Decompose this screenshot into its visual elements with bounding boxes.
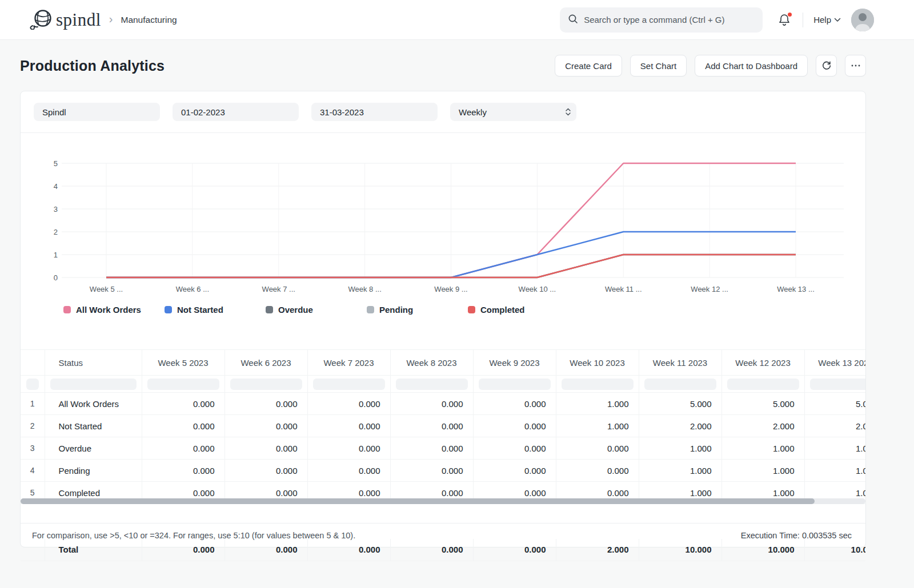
week-column-header[interactable]: Week 8 2023: [390, 350, 473, 376]
column-filter-input[interactable]: [50, 378, 137, 390]
y-axis-tick: 2: [54, 228, 58, 236]
row-index: 4: [21, 460, 45, 482]
create-card-button[interactable]: Create Card: [555, 55, 622, 76]
value-cell: 0.000: [556, 437, 639, 460]
status-cell: Pending: [45, 460, 142, 482]
column-filter-row: [21, 376, 865, 393]
to-date-input[interactable]: [311, 103, 438, 121]
week-column-header[interactable]: Week 5 2023: [142, 350, 225, 376]
table-row[interactable]: 4Pending0.0000.0000.0000.0000.0000.0001.…: [21, 460, 865, 482]
company-filter-input[interactable]: [34, 103, 160, 121]
more-icon: [851, 65, 860, 67]
global-search[interactable]: [560, 7, 763, 33]
row-index-header: [21, 350, 45, 376]
results-table: StatusWeek 5 2023Week 6 2023Week 7 2023W…: [21, 349, 865, 504]
value-cell: 0.000: [390, 415, 473, 437]
y-axis-tick: 5: [54, 159, 58, 168]
y-axis-tick: 4: [54, 182, 58, 191]
value-cell: 0.000: [307, 460, 390, 482]
breadcrumb[interactable]: Manufacturing: [121, 15, 177, 25]
column-filter-input[interactable]: [479, 378, 551, 390]
x-axis-label: Week 13 ...: [777, 285, 815, 293]
legend-label: All Work Orders: [76, 305, 141, 315]
legend-item-all-work-orders[interactable]: All Work Orders: [63, 305, 165, 315]
filter-cell: [45, 376, 142, 393]
y-axis-tick: 0: [54, 273, 58, 282]
filter-cell: [307, 376, 390, 393]
frequency-select[interactable]: Weekly: [450, 103, 576, 121]
table-row[interactable]: 3Overdue0.0000.0000.0000.0000.0000.0001.…: [21, 437, 865, 460]
value-cell: 1.000: [556, 415, 639, 437]
row-index: 1: [21, 393, 45, 415]
results-table-wrap: StatusWeek 5 2023Week 6 2023Week 7 2023W…: [21, 349, 865, 504]
week-column-header[interactable]: Week 6 2023: [225, 350, 307, 376]
refresh-button[interactable]: [816, 55, 837, 76]
value-cell: 0.000: [225, 437, 307, 460]
column-filter-input[interactable]: [147, 378, 219, 390]
table-row[interactable]: 2Not Started0.0000.0000.0000.0000.0001.0…: [21, 415, 865, 437]
value-cell: 5.000: [639, 393, 721, 415]
chevron-down-icon: [834, 18, 841, 22]
week-column-header[interactable]: Week 13 2023: [804, 350, 865, 376]
horizontal-scrollbar[interactable]: [21, 498, 865, 504]
more-options-button[interactable]: [845, 55, 866, 76]
x-axis-label: Week 5 ...: [90, 285, 123, 293]
week-column-header[interactable]: Week 11 2023: [639, 350, 721, 376]
status-column-header[interactable]: Status: [45, 350, 142, 376]
legend-item-completed[interactable]: Completed: [468, 305, 569, 315]
column-filter-input[interactable]: [644, 378, 716, 390]
help-menu[interactable]: Help: [813, 15, 841, 25]
status-cell: Overdue: [45, 437, 142, 460]
card-footer: For comparison, use >5, <10 or =324. For…: [21, 523, 865, 547]
legend-color-chip: [468, 306, 475, 313]
column-filter-input[interactable]: [396, 378, 468, 390]
value-cell: 0.000: [390, 437, 473, 460]
column-filter-input[interactable]: [230, 378, 302, 390]
week-column-header[interactable]: Week 12 2023: [721, 350, 804, 376]
search-icon: [568, 14, 578, 26]
logo-text: spindl: [56, 10, 101, 30]
filter-cell: [804, 376, 865, 393]
value-cell: 0.000: [225, 415, 307, 437]
value-cell: 1.000: [556, 393, 639, 415]
x-axis-label: Week 9 ...: [434, 285, 467, 293]
column-filter-input[interactable]: [313, 378, 385, 390]
table-row[interactable]: 1All Work Orders0.0000.0000.0000.0000.00…: [21, 393, 865, 415]
value-cell: 1.000: [639, 437, 721, 460]
legend-item-overdue[interactable]: Overdue: [266, 305, 367, 315]
chart-block: 012345Week 5 ...Week 6 ...Week 7 ...Week…: [21, 155, 865, 315]
value-cell: 0.000: [473, 393, 556, 415]
filter-cell: [556, 376, 639, 393]
column-filter-input[interactable]: [810, 378, 866, 390]
set-chart-button[interactable]: Set Chart: [630, 55, 687, 76]
status-cell: Not Started: [45, 415, 142, 437]
value-cell: 2.000: [804, 415, 865, 437]
column-filter-input[interactable]: [727, 378, 799, 390]
legend-color-chip: [165, 306, 172, 313]
add-chart-to-dashboard-button[interactable]: Add Chart to Dashboard: [695, 55, 808, 76]
legend-item-not-started[interactable]: Not Started: [165, 305, 266, 315]
help-label: Help: [813, 15, 831, 25]
week-column-header[interactable]: Week 9 2023: [473, 350, 556, 376]
value-cell: 0.000: [225, 393, 307, 415]
user-avatar[interactable]: [851, 9, 874, 31]
value-cell: 5.000: [721, 393, 804, 415]
x-axis-label: Week 7 ...: [262, 285, 295, 293]
from-date-input[interactable]: [173, 103, 299, 121]
legend-label: Pending: [379, 305, 413, 315]
notifications-button[interactable]: [777, 13, 792, 27]
scrollbar-thumb[interactable]: [21, 498, 815, 504]
row-index: 3: [21, 437, 45, 460]
column-filter-input[interactable]: [26, 378, 39, 390]
value-cell: 0.000: [142, 415, 225, 437]
column-filter-input[interactable]: [562, 378, 634, 390]
legend-label: Overdue: [278, 305, 313, 315]
search-input[interactable]: [584, 15, 755, 25]
production-chart: 012345Week 5 ...Week 6 ...Week 7 ...Week…: [21, 155, 865, 297]
spindl-logo[interactable]: spindl: [27, 8, 101, 32]
value-cell: 0.000: [556, 460, 639, 482]
value-cell: 0.000: [473, 460, 556, 482]
week-column-header[interactable]: Week 10 2023: [556, 350, 639, 376]
week-column-header[interactable]: Week 7 2023: [307, 350, 390, 376]
legend-item-pending[interactable]: Pending: [367, 305, 468, 315]
